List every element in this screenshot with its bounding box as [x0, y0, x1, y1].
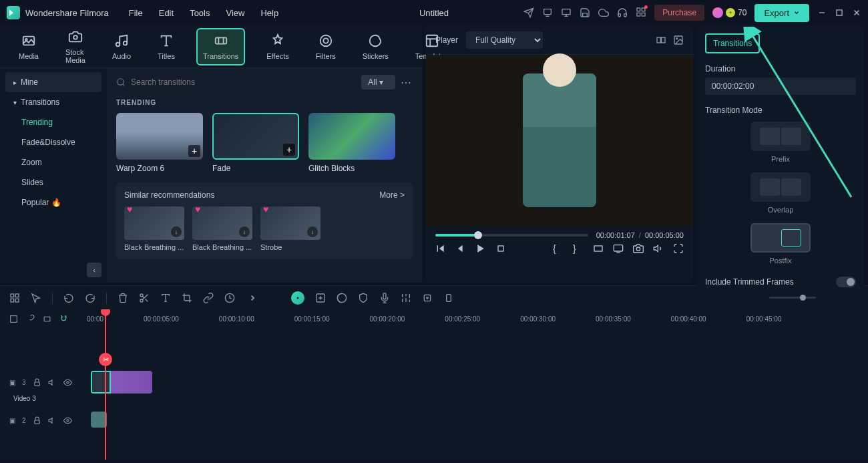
- snapshot-icon[interactable]: [633, 243, 644, 254]
- tab-titles[interactable]: Titles: [152, 29, 180, 64]
- search-input[interactable]: [131, 78, 356, 87]
- save-icon[interactable]: [580, 7, 590, 18]
- sidebar-fade-dissolve[interactable]: Fade&Dissolve: [5, 132, 101, 152]
- tab-effects[interactable]: Effects: [261, 29, 294, 64]
- tab-transitions[interactable]: Transitions: [196, 28, 245, 65]
- menu-help[interactable]: Help: [260, 8, 278, 18]
- minimize-icon[interactable]: [817, 8, 827, 17]
- mode-overlap[interactable]: Overlap: [750, 172, 811, 214]
- tl-icon[interactable]: [43, 315, 51, 323]
- stop-icon[interactable]: [495, 243, 506, 254]
- lock-icon[interactable]: [33, 416, 41, 425]
- delete-icon[interactable]: [118, 293, 128, 303]
- trimmed-frames-toggle[interactable]: [836, 277, 856, 287]
- tab-media[interactable]: Media: [13, 29, 44, 64]
- properties-tab-transitions[interactable]: Transitions: [705, 33, 760, 53]
- step-back-icon[interactable]: [455, 243, 466, 254]
- visibility-icon[interactable]: [63, 416, 72, 425]
- export-button[interactable]: Export: [754, 4, 809, 22]
- bracket-close-icon[interactable]: }: [573, 243, 584, 254]
- shield-icon[interactable]: [358, 293, 369, 303]
- quality-select[interactable]: Full Quality: [466, 31, 543, 49]
- timeline[interactable]: 00:00 00:00:05:00 00:00:10:00 00:00:15:0…: [0, 309, 868, 460]
- tab-audio[interactable]: Audio: [107, 29, 136, 64]
- sidebar-trending[interactable]: Trending: [5, 112, 101, 132]
- play-icon[interactable]: [475, 243, 486, 254]
- sidebar-popular[interactable]: Popular🔥: [5, 192, 101, 212]
- display-icon[interactable]: [613, 243, 624, 254]
- download-icon[interactable]: ↓: [239, 226, 250, 237]
- layout-icon[interactable]: [9, 293, 20, 303]
- keyframe-icon[interactable]: [422, 293, 433, 303]
- video-preview[interactable]: [426, 55, 693, 226]
- mode-prefix[interactable]: Prefix: [750, 122, 811, 163]
- color-icon[interactable]: [337, 293, 347, 303]
- download-icon[interactable]: ↓: [171, 226, 182, 237]
- more-options-icon[interactable]: ⋯: [401, 76, 413, 89]
- maximize-icon[interactable]: [835, 8, 844, 17]
- sidebar-zoom[interactable]: Zoom: [5, 152, 101, 172]
- enhance-icon[interactable]: [315, 293, 326, 303]
- cut-marker-icon[interactable]: ✂: [99, 353, 112, 366]
- menu-edit[interactable]: Edit: [159, 8, 174, 18]
- filter-select[interactable]: All ▾: [361, 75, 395, 90]
- crop-icon[interactable]: [182, 293, 192, 303]
- tl-icon[interactable]: [26, 315, 35, 323]
- transition-card-glitch-blocks[interactable]: Glitch Blocks: [308, 113, 395, 173]
- transition-on-clip[interactable]: [91, 371, 111, 394]
- collapse-sidebar-button[interactable]: ‹: [87, 263, 101, 277]
- menu-view[interactable]: View: [226, 8, 244, 18]
- cut-icon[interactable]: [139, 293, 150, 303]
- image-icon[interactable]: [673, 35, 684, 45]
- tab-stickers[interactable]: Stickers: [357, 29, 394, 64]
- send-icon[interactable]: [523, 7, 534, 18]
- text-icon[interactable]: [160, 293, 171, 303]
- ai-button[interactable]: [291, 291, 304, 305]
- tab-filters[interactable]: Filters: [310, 29, 341, 64]
- mute-icon[interactable]: [48, 416, 57, 425]
- sidebar-slides[interactable]: Slides: [5, 172, 101, 192]
- volume-icon[interactable]: [653, 243, 664, 254]
- zoom-slider[interactable]: [769, 297, 816, 299]
- more-tools-icon[interactable]: [246, 293, 256, 303]
- screen-icon[interactable]: [561, 7, 572, 18]
- cloud-icon[interactable]: [598, 7, 609, 18]
- visibility-icon[interactable]: [63, 378, 72, 387]
- playhead[interactable]: ✂: [105, 309, 106, 460]
- prev-icon[interactable]: [435, 243, 446, 254]
- video-track-3[interactable]: ▣3: [0, 368, 868, 396]
- pointer-icon[interactable]: [31, 293, 41, 303]
- ratio-icon[interactable]: [593, 243, 604, 254]
- redo-icon[interactable]: [85, 293, 95, 303]
- speed-icon[interactable]: [224, 293, 235, 303]
- rec-card[interactable]: ♥↓Strobe: [260, 206, 320, 251]
- scrub-slider[interactable]: [435, 234, 588, 237]
- purchase-button[interactable]: Purchase: [654, 5, 704, 21]
- marker-icon[interactable]: [443, 293, 454, 303]
- lock-icon[interactable]: [33, 378, 41, 387]
- menu-tools[interactable]: Tools: [190, 8, 210, 18]
- magnet-icon[interactable]: [59, 315, 68, 323]
- compare-icon[interactable]: [656, 35, 666, 45]
- mic-icon[interactable]: [379, 293, 390, 303]
- close-icon[interactable]: [852, 8, 861, 17]
- duration-input[interactable]: [705, 78, 856, 95]
- headphones-icon[interactable]: [617, 7, 628, 18]
- add-icon[interactable]: +: [283, 144, 295, 156]
- credits-display[interactable]: + 70: [712, 7, 746, 18]
- transition-card-warp-zoom[interactable]: +Warp Zoom 6: [116, 113, 203, 173]
- download-icon[interactable]: ↓: [307, 226, 318, 237]
- mute-icon[interactable]: [48, 378, 57, 387]
- undo-icon[interactable]: [63, 293, 74, 303]
- rec-card[interactable]: ♥↓Black Breathing ...: [192, 206, 252, 251]
- menu-file[interactable]: File: [129, 8, 143, 18]
- link-icon[interactable]: [203, 293, 214, 303]
- device-icon[interactable]: [542, 7, 553, 18]
- more-link[interactable]: More >: [379, 190, 405, 200]
- mode-postfix[interactable]: Postfix: [750, 223, 811, 265]
- mixer-icon[interactable]: [401, 293, 411, 303]
- tl-icon[interactable]: [9, 315, 18, 323]
- transition-card-fade[interactable]: +Fade: [212, 113, 299, 173]
- fullscreen-icon[interactable]: [673, 243, 684, 254]
- video-track-2[interactable]: ▣2: [0, 406, 868, 434]
